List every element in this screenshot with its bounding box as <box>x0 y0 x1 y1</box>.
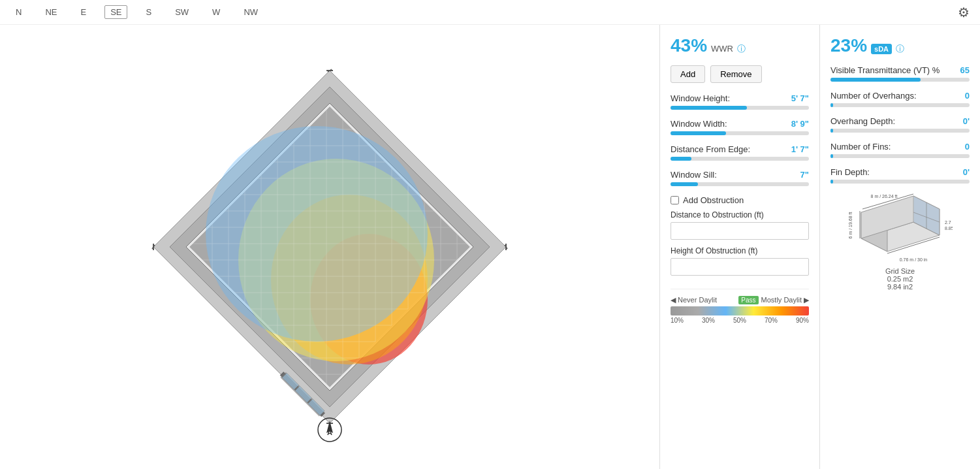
fins-fill <box>830 154 833 158</box>
pass-badge: Pass <box>738 296 758 304</box>
overhang-depth-slider-row: Overhang Depth: 0' <box>830 116 970 133</box>
legend-tick-2: 50% <box>733 317 746 324</box>
nav-dir-W[interactable]: W <box>207 6 225 18</box>
distance-to-obstruction-input[interactable] <box>671 222 809 240</box>
fin-depth-slider-row: Fin Depth: 0' <box>830 167 970 184</box>
fin-depth-fill <box>830 180 833 184</box>
distance-edge-label: Distance From Edge: <box>671 144 750 154</box>
direction-selector: N NE E SE S SW W NW <box>10 5 263 19</box>
fins-slider-row: Number of Fins: 0 <box>830 142 970 158</box>
svg-text:0.76 m / 30 in: 0.76 m / 30 in <box>899 257 927 262</box>
fins-label: Number of Fins: <box>830 142 891 152</box>
north-arrow: A <box>318 418 341 442</box>
add-remove-row: Add Remove <box>671 65 809 83</box>
sda-metric-header: 23% sDA ⓘ <box>830 35 970 56</box>
svg-text:2.7 m: 2.7 m <box>945 220 953 225</box>
window-height-track[interactable] <box>671 106 809 110</box>
nav-dir-S[interactable]: S <box>140 6 157 18</box>
nav-dir-SE[interactable]: SE <box>104 5 127 19</box>
svg-point-8 <box>206 126 428 342</box>
window-sill-slider-row: Window Sill: 7" <box>671 170 809 186</box>
distance-edge-track[interactable] <box>671 157 809 161</box>
visualization-panel: A <box>0 25 660 469</box>
legend-tick-4: 90% <box>796 317 809 324</box>
wwr-info-icon[interactable]: ⓘ <box>737 43 746 55</box>
distance-edge-slider-row: Distance From Edge: 1' 7" <box>671 144 809 161</box>
never-daylit-label: ◀ Never Daylit <box>671 296 717 304</box>
obstruction-section: Add Obstruction Distance to Obstruction … <box>671 195 809 282</box>
svg-text:A: A <box>327 429 332 436</box>
window-width-value: 8' 9" <box>791 119 809 129</box>
grid-info: Grid Size 0.25 m29.84 in2 <box>885 267 915 291</box>
svg-text:8 m / 26.24 ft: 8 m / 26.24 ft <box>870 194 897 199</box>
legend-ticks: 10% 30% 50% 70% 90% <box>671 317 809 324</box>
nav-dir-NW[interactable]: NW <box>238 6 263 18</box>
add-obstruction-checkbox[interactable] <box>671 196 679 204</box>
main-content: A 43% WWR ⓘ Add Remove Window Height: 5 <box>0 25 980 469</box>
overhangs-fill <box>830 103 833 107</box>
legend-tick-0: 10% <box>671 317 684 324</box>
overhangs-value: 0 <box>965 91 970 101</box>
window-height-fill <box>671 106 747 110</box>
settings-button[interactable]: ⚙ <box>958 5 970 20</box>
overhangs-track[interactable] <box>830 103 970 107</box>
legend-tick-3: 70% <box>765 317 778 324</box>
distance-edge-fill <box>671 157 691 161</box>
wwr-label: WWR <box>711 44 733 54</box>
add-button[interactable]: Add <box>671 65 705 83</box>
legend-gradient <box>671 306 809 315</box>
wwr-metric-header: 43% WWR ⓘ <box>671 35 809 56</box>
nav-dir-NE[interactable]: NE <box>40 6 62 18</box>
room-svg: 8 m / 26.24 ft 6 m / 19.68 ft 2.7 m 8.85… <box>848 193 953 265</box>
nav-dir-E[interactable]: E <box>75 6 91 18</box>
daylight-visualization: A <box>101 44 558 449</box>
nav-dir-SW[interactable]: SW <box>170 6 194 18</box>
nav-dir-N[interactable]: N <box>10 6 27 18</box>
window-sill-label: Window Sill: <box>671 170 717 180</box>
legend-labels: ◀ Never Daylit Pass Mostly Daylit ▶ <box>671 296 809 304</box>
svg-text:6 m / 19.68 ft: 6 m / 19.68 ft <box>848 212 853 239</box>
overhang-depth-fill <box>830 129 833 133</box>
grid-size-label: Grid Size <box>885 267 915 275</box>
top-nav: N NE E SE S SW W NW ⚙ <box>0 0 980 25</box>
vt-label: Visible Transmittance (VT) % <box>830 65 940 75</box>
window-sill-value: 7" <box>800 170 809 180</box>
wwr-percentage: 43% <box>671 35 707 56</box>
fins-track[interactable] <box>830 154 970 158</box>
grid-size-value: 0.25 m29.84 in2 <box>887 275 913 291</box>
window-width-slider-row: Window Width: 8' 9" <box>671 119 809 135</box>
height-of-obstruction-label: Height Of Obstruction (ft) <box>671 246 809 255</box>
window-height-label: Window Height: <box>671 93 730 103</box>
sda-panel: 23% sDA ⓘ Visible Transmittance (VT) % 6… <box>820 25 980 469</box>
sda-info-icon[interactable]: ⓘ <box>896 43 904 55</box>
window-width-track[interactable] <box>671 131 809 135</box>
add-obstruction-row: Add Obstruction <box>671 195 809 205</box>
right-panels: 43% WWR ⓘ Add Remove Window Height: 5' 7… <box>660 25 980 469</box>
svg-text:8.85 ft: 8.85 ft <box>945 226 953 231</box>
sda-badge: sDA <box>871 44 892 54</box>
window-sill-fill <box>671 182 698 186</box>
room-diagram: 8 m / 26.24 ft 6 m / 19.68 ft 2.7 m 8.85… <box>830 193 970 291</box>
overhangs-label: Number of Overhangs: <box>830 91 917 101</box>
window-sill-track[interactable] <box>671 182 809 186</box>
distance-edge-value: 1' 7" <box>791 144 809 154</box>
fins-value: 0 <box>965 142 970 152</box>
vt-track[interactable] <box>830 78 970 82</box>
window-width-label: Window Width: <box>671 119 727 129</box>
distance-to-obstruction-label: Distance to Obstruction (ft) <box>671 210 809 219</box>
window-width-fill <box>671 131 726 135</box>
remove-button[interactable]: Remove <box>710 65 761 83</box>
fin-depth-value: 0' <box>963 167 970 177</box>
height-of-obstruction-input[interactable] <box>671 258 809 276</box>
mostly-daylit-label: Mostly Daylit ▶ <box>761 296 809 304</box>
overhang-depth-value: 0' <box>963 116 970 126</box>
sda-percentage: 23% <box>830 35 867 56</box>
vt-fill <box>830 78 921 82</box>
window-height-slider-row: Window Height: 5' 7" <box>671 93 809 110</box>
overhang-depth-track[interactable] <box>830 129 970 133</box>
add-obstruction-label: Add Obstruction <box>683 195 744 205</box>
vt-value: 65 <box>960 65 970 75</box>
settings-panel: 43% WWR ⓘ Add Remove Window Height: 5' 7… <box>660 25 820 469</box>
fin-depth-track[interactable] <box>830 180 970 184</box>
vt-slider-row: Visible Transmittance (VT) % 65 <box>830 65 970 82</box>
